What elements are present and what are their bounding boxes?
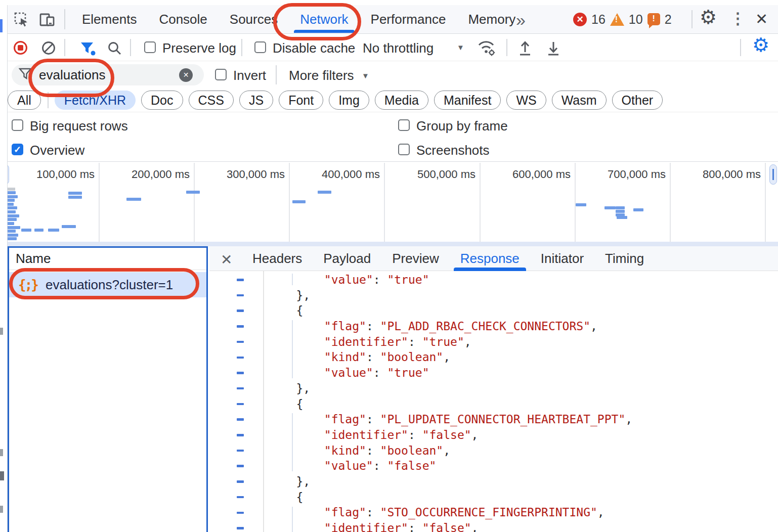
type-chip[interactable]: JS	[239, 91, 273, 110]
type-chip[interactable]: Img	[329, 91, 369, 110]
fold-marker[interactable]	[237, 403, 244, 406]
fold-marker[interactable]	[237, 341, 244, 343]
export-har-icon[interactable]	[546, 40, 561, 56]
type-chip[interactable]: Manifest	[434, 91, 501, 110]
timeline-request-bar	[7, 234, 18, 237]
fold-marker[interactable]	[237, 527, 244, 529]
fold-marker[interactable]	[237, 418, 244, 421]
timeline-grey-bar	[7, 188, 15, 191]
clear-network-log-icon[interactable]	[41, 40, 56, 56]
network-overview-timeline[interactable]: 100,000 ms200,000 ms300,000 ms400,000 ms…	[0, 162, 778, 242]
big-request-rows-checkbox[interactable]	[12, 119, 23, 131]
type-chip[interactable]: Other	[612, 91, 663, 110]
indent-guide	[292, 507, 293, 532]
close-detail-icon[interactable]: ✕	[221, 251, 232, 268]
network-toolbar: Preserve log Disable cache No throttling…	[8, 34, 778, 61]
type-chip[interactable]: Font	[279, 91, 323, 110]
fold-marker[interactable]	[237, 387, 244, 390]
code-line: "identifier": "false",	[268, 520, 632, 532]
fold-marker[interactable]	[237, 325, 244, 328]
settings-gear-icon[interactable]: ⚙	[700, 6, 717, 28]
type-chip[interactable]: Media	[375, 91, 428, 110]
status-badges[interactable]: ✕ 16 ! 10 ! 2	[573, 5, 672, 33]
network-options-row: Big request rows Group by frame ✓ Overvi…	[8, 112, 778, 162]
timeline-request-bar	[68, 196, 82, 199]
preserve-log-checkbox[interactable]	[144, 41, 156, 53]
fold-marker[interactable]	[237, 465, 244, 467]
type-chip[interactable]: CSS	[189, 91, 234, 110]
fold-marker[interactable]	[237, 279, 244, 281]
timeline-request-bar	[7, 210, 16, 213]
more-filters-button[interactable]: More filters	[289, 68, 354, 83]
import-har-icon[interactable]	[517, 40, 533, 56]
overview-right-grip[interactable]	[769, 164, 777, 185]
code-line: {	[268, 396, 632, 412]
timeline-request-bar	[576, 203, 586, 206]
indent-guide	[292, 413, 293, 471]
network-settings-gear-icon[interactable]: ⚙	[752, 34, 769, 56]
timeline-request-bar	[616, 210, 625, 213]
chevron-down-icon[interactable]: ▼	[362, 71, 369, 80]
timeline-gridline	[194, 163, 195, 242]
fold-marker[interactable]	[237, 434, 244, 436]
timeline-request-bar	[617, 216, 627, 219]
timeline-request-bar	[68, 192, 82, 195]
error-count: 16	[591, 12, 606, 27]
overview-label: Overview	[30, 143, 84, 158]
timeline-request-bar	[7, 206, 17, 209]
type-chip[interactable]: WS	[506, 91, 546, 110]
detail-tab-response[interactable]: Response	[450, 246, 530, 271]
clear-filter-icon[interactable]: ✕	[179, 68, 193, 82]
filter-funnel-icon[interactable]	[79, 41, 97, 56]
more-tabs-icon[interactable]: »	[516, 10, 525, 30]
toolbar-separator	[691, 10, 693, 28]
fold-marker[interactable]	[237, 357, 244, 359]
record-network-log-button[interactable]	[14, 41, 27, 55]
network-conditions-icon[interactable]	[477, 39, 497, 56]
chevron-down-icon[interactable]: ▼	[457, 43, 464, 52]
invert-label: Invert	[233, 68, 266, 83]
type-chip[interactable]: Wasm	[552, 91, 607, 110]
kebab-menu-icon[interactable]: ⋮	[730, 9, 746, 28]
fold-marker[interactable]	[237, 450, 244, 452]
screenshots-checkbox[interactable]	[398, 144, 410, 155]
detail-tab-payload[interactable]: Payload	[313, 246, 381, 271]
name-column-header[interactable]: Name	[9, 248, 206, 270]
group-by-frame-label: Group by frame	[416, 118, 508, 134]
inspect-element-icon[interactable]	[14, 12, 30, 28]
timeline-request-bar	[7, 191, 16, 194]
timeline-tick-label: 500,000 ms	[417, 168, 476, 181]
type-chip[interactable]: Doc	[141, 91, 183, 110]
timeline-request-bar	[21, 229, 31, 232]
fold-marker[interactable]	[237, 372, 244, 374]
close-devtools-icon[interactable]: ✕	[755, 10, 768, 28]
disable-cache-checkbox[interactable]	[254, 41, 266, 53]
throttling-select[interactable]: No throttling	[363, 40, 434, 56]
detail-tab-headers[interactable]: Headers	[242, 246, 313, 271]
fold-marker[interactable]	[237, 294, 244, 297]
timeline-gridline	[384, 163, 385, 242]
invert-checkbox[interactable]	[215, 69, 227, 80]
fold-marker[interactable]	[237, 496, 244, 499]
detail-tab-initiator[interactable]: Initiator	[530, 246, 594, 271]
detail-tab-timing[interactable]: Timing	[594, 246, 655, 271]
device-toolbar-icon[interactable]	[39, 12, 56, 28]
code-line: },	[268, 474, 632, 490]
code-line: },	[268, 288, 632, 303]
fold-marker[interactable]	[237, 480, 244, 483]
detail-tab-preview[interactable]: Preview	[381, 246, 449, 271]
toolbar-separator	[506, 39, 507, 56]
response-body-viewer[interactable]: "value": "true" }, { "flag": "PL_ADD_RBA…	[209, 271, 778, 532]
fold-marker[interactable]	[237, 309, 244, 312]
overview-checkbox[interactable]: ✓	[12, 144, 23, 155]
timeline-request-bar	[186, 191, 200, 194]
timeline-tick-label: 600,000 ms	[512, 168, 571, 181]
group-by-frame-checkbox[interactable]	[398, 119, 410, 131]
main-tab-performance[interactable]: Performance	[360, 5, 457, 33]
main-tab-elements[interactable]: Elements	[71, 5, 148, 33]
search-icon[interactable]	[107, 40, 122, 56]
fold-marker[interactable]	[237, 512, 244, 514]
issues-count: 2	[665, 12, 672, 27]
annotation-circle-request-row	[9, 268, 199, 299]
main-tab-console[interactable]: Console	[148, 5, 218, 33]
